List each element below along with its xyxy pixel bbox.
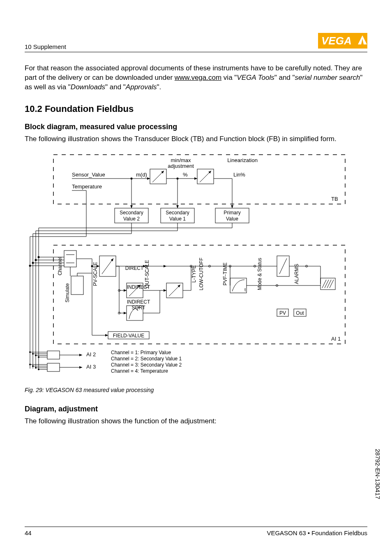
vega-logo: VEGA [318,33,367,50]
svg-text:TB: TB [331,196,338,202]
svg-text:AI 2: AI 2 [86,351,96,357]
svg-line-133 [322,280,326,288]
svg-point-162 [32,365,34,367]
document-code-vertical: 28792-EN-130417 [374,449,381,499]
svg-text:PV-SCALE: PV-SCALE [92,262,98,286]
block-diagram-figure: min/max adjustment Linearization Sensor_… [25,151,367,383]
figure-caption: Fig. 29: VEGASON 63 measured value proce… [25,387,367,393]
svg-text:%: % [183,172,188,178]
svg-line-135 [327,280,331,288]
svg-text:Channel = 2: Secondary Value 1: Channel = 2: Secondary Value 1 [111,356,182,362]
page-header: 10 Supplement VEGA [25,33,367,52]
svg-text:Secondary: Secondary [120,210,143,216]
page-footer: 44 VEGASON 63 • Foundation Fieldbus [25,527,367,536]
svg-line-134 [325,280,329,288]
block-diagram-intro: The following illustration shows the Tra… [25,135,367,144]
svg-text:t: t [244,287,246,292]
svg-text:m(d): m(d) [136,172,147,178]
svg-line-14 [152,171,164,182]
svg-rect-132 [321,278,335,290]
svg-point-58 [32,262,34,264]
svg-text:adjustment: adjustment [168,163,194,169]
svg-line-136 [330,280,334,288]
svg-text:Mode & Status: Mode & Status [257,258,263,290]
svg-text:ALARMS: ALARMS [294,264,300,284]
heading-10-2: 10.2 Foundation Fieldbus [25,104,367,114]
svg-line-21 [200,171,211,182]
svg-line-75 [102,258,113,274]
svg-point-56 [29,265,31,267]
svg-text:Value 1: Value 1 [169,216,186,222]
svg-text:Channel = 3: Secondary Value 2: Channel = 3: Secondary Value 2 [111,362,182,368]
svg-text:INDIRECT: INDIRECT [127,299,150,305]
svg-text:min/max: min/max [171,157,191,163]
svg-point-155 [38,356,39,358]
svg-text:Secondary: Secondary [166,210,189,216]
svg-rect-4 [53,155,345,204]
svg-text:Channel: Channel [57,257,63,275]
svg-rect-67 [71,276,83,295]
svg-text:AI 3: AI 3 [86,364,96,370]
svg-text:Value 2: Value 2 [123,216,140,222]
svg-text:L-TYPE: L-TYPE [191,265,197,283]
svg-line-102 [169,285,180,296]
svg-point-160 [29,364,31,365]
svg-point-164 [35,367,37,369]
svg-point-151 [32,353,34,355]
svg-rect-147 [47,351,60,359]
intro-paragraph: For that reason the associated approval … [25,64,367,92]
svg-text:OUT-SCALE: OUT-SCALE [144,260,150,288]
svg-text:Simulate: Simulate [65,283,70,302]
svg-line-125 [279,258,287,274]
svg-point-60 [35,259,37,261]
section-label: 10 Supplement [25,43,66,50]
svg-text:Temperature: Temperature [72,183,102,190]
svg-text:PV: PV [279,310,286,316]
svg-text:LOW-CUTOFF: LOW-CUTOFF [198,258,204,290]
svg-rect-158 [47,363,60,371]
footer-product: VEGASON 63 • Foundation Fieldbus [267,529,367,536]
svg-text:AI 1: AI 1 [331,336,341,342]
svg-point-78 [91,265,93,267]
svg-point-153 [35,355,37,356]
svg-text:Sensor_Value: Sensor_Value [72,172,105,178]
svg-text:Primary: Primary [224,210,240,216]
svg-text:Lin%: Lin% [233,172,245,178]
svg-text:Out: Out [296,310,304,316]
svg-text:PVF-TIME: PVF-TIME [222,262,228,285]
page-number: 44 [25,529,32,536]
svg-text:Channel = 4: Temperature: Channel = 4: Temperature [111,368,168,374]
svg-text:Linearization: Linearization [227,157,258,163]
svg-point-166 [38,369,39,370]
svg-text:FIELD-VALUE: FIELD-VALUE [113,333,144,339]
heading-diagram-adjustment: Diagram, adjustment [25,405,367,413]
svg-rect-51 [64,251,76,267]
svg-text:VEGA: VEGA [321,35,352,47]
heading-block-diagram: Block diagram, measured value processing [25,123,367,131]
svg-point-149 [29,351,31,353]
svg-point-62 [38,256,40,258]
url-link[interactable]: www.vega.com [175,74,221,81]
svg-text:Value: Value [226,216,238,222]
svg-text:Channel = 1: Primary Value: Channel = 1: Primary Value [111,350,171,355]
diagram-adjustment-intro: The following illustration shows the fun… [25,417,367,426]
